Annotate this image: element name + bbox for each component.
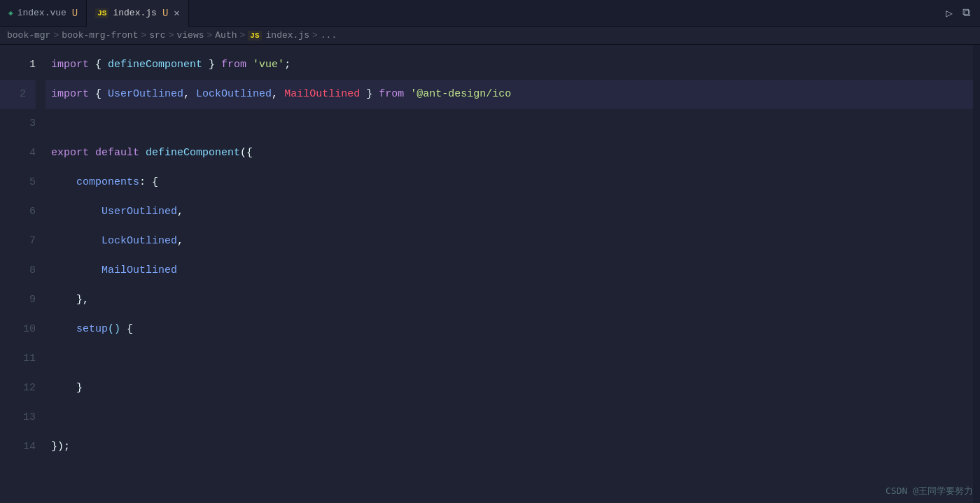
token: [89, 139, 95, 168]
token: import: [51, 80, 89, 109]
code-line-14: });: [46, 432, 973, 462]
token: [51, 168, 76, 197]
token: '@ant-design/ico: [410, 80, 511, 109]
line-numbers: 1 2 3 4 5 6 7 8 9 10 11 12 13 14: [0, 45, 46, 503]
sep-3: >: [169, 30, 174, 41]
token: });: [51, 432, 70, 462]
code-line-2: import { UserOutlined , LockOutlined , M…: [46, 80, 973, 109]
line-number-6: 6: [0, 197, 36, 227]
code-line-9: },: [46, 285, 973, 315]
token: import: [51, 50, 89, 80]
token: : {: [139, 168, 158, 197]
breadcrumb-part-4: views: [176, 30, 204, 41]
vue-icon: ◈: [8, 8, 13, 17]
line-number-9: 9: [0, 285, 36, 315]
line-number-2: 2: [0, 80, 36, 109]
tab-vue-modified: U: [72, 8, 78, 19]
token: ({: [240, 139, 253, 168]
line-number-10: 10: [0, 315, 36, 344]
split-editor-icon[interactable]: ⧉: [962, 6, 970, 20]
line-number-8: 8: [0, 256, 36, 285]
token: UserOutlined: [102, 197, 177, 227]
sep-5: >: [240, 30, 246, 41]
token: setup: [76, 315, 108, 344]
token: from: [379, 80, 404, 109]
token: [404, 80, 410, 109]
code-line-7: LockOutlined ,: [46, 227, 973, 256]
code-line-8: MailOutlined: [46, 256, 973, 285]
js-icon: JS: [95, 8, 108, 18]
token: ,: [183, 80, 196, 109]
breadcrumb-part-3: src: [149, 30, 165, 41]
code-line-12: }: [46, 374, 973, 403]
token: ,: [272, 80, 284, 109]
code-line-13: [46, 403, 973, 432]
token: 'vue': [253, 50, 284, 80]
token: [51, 227, 102, 256]
token: LockOutlined: [196, 80, 272, 109]
tab-vue-label: index.vue: [18, 8, 66, 18]
code-area: 1 2 3 4 5 6 7 8 9 10 11 12 13 14 import …: [0, 45, 980, 503]
token: }: [51, 374, 83, 403]
token: components: [76, 168, 139, 197]
code-line-10: setup () {: [46, 315, 973, 344]
code-line-1: import { defineComponent } from 'vue' ;: [46, 50, 973, 80]
token: [246, 50, 253, 80]
token: MailOutlined: [284, 80, 360, 109]
token: ,: [177, 197, 183, 227]
watermark: CSDN @王同学要努力: [886, 485, 973, 497]
sep-2: >: [141, 30, 146, 41]
code-line-4: export default defineComponent ({: [46, 139, 973, 168]
token: default: [95, 139, 139, 168]
token: ;: [284, 50, 290, 80]
line-number-12: 12: [0, 374, 36, 403]
line-number-4: 4: [0, 139, 36, 168]
token: }: [202, 50, 221, 80]
tab-index-vue[interactable]: ◈ index.vue U: [0, 0, 87, 27]
token: [139, 139, 146, 168]
line-number-13: 13: [0, 403, 36, 432]
line-number-3: 3: [0, 109, 36, 139]
breadcrumb-part-7: ...: [321, 30, 337, 41]
token: defineComponent: [146, 139, 240, 168]
tab-js-label: index.js: [113, 8, 156, 18]
line-number-11: 11: [0, 344, 36, 374]
breadcrumb-js-icon: JS: [248, 31, 261, 41]
breadcrumb-part-5: Auth: [215, 30, 237, 41]
tab-index-js[interactable]: JS index.js U ✕: [87, 0, 188, 27]
run-icon[interactable]: ▷: [946, 6, 953, 20]
token: UserOutlined: [108, 80, 183, 109]
sep-1: >: [53, 30, 59, 41]
tab-bar: ◈ index.vue U JS index.js U ✕ ▷ ⧉: [0, 0, 980, 27]
breadcrumb-part-1: book-mgr: [7, 30, 50, 41]
token: [51, 315, 76, 344]
token: (): [108, 315, 120, 344]
scrollbar[interactable]: [973, 45, 980, 503]
token: {: [120, 315, 133, 344]
token: [51, 256, 102, 285]
code-line-6: UserOutlined ,: [46, 197, 973, 227]
code-content[interactable]: import { defineComponent } from 'vue' ; …: [46, 45, 973, 503]
token: export: [51, 139, 89, 168]
breadcrumb: book-mgr > book-mrg-front > src > views …: [0, 27, 980, 45]
sep-6: >: [312, 30, 318, 41]
tab-js-modified: U: [162, 8, 168, 19]
token: },: [51, 285, 89, 315]
token: ,: [177, 227, 183, 256]
line-number-5: 5: [0, 168, 36, 197]
token: {: [89, 80, 108, 109]
token: from: [221, 50, 246, 80]
token: [51, 197, 102, 227]
line-number-14: 14: [0, 432, 36, 462]
line-number-7: 7: [0, 227, 36, 256]
token: }: [360, 80, 379, 109]
breadcrumb-part-2: book-mrg-front: [62, 30, 138, 41]
line-number-1: 1: [0, 50, 36, 80]
sep-4: >: [207, 30, 213, 41]
token: LockOutlined: [102, 227, 177, 256]
code-line-3: [46, 109, 973, 139]
close-tab-button[interactable]: ✕: [174, 7, 179, 19]
toolbar-right: ▷ ⧉: [946, 6, 980, 20]
token: {: [89, 50, 108, 80]
token: defineComponent: [108, 50, 202, 80]
